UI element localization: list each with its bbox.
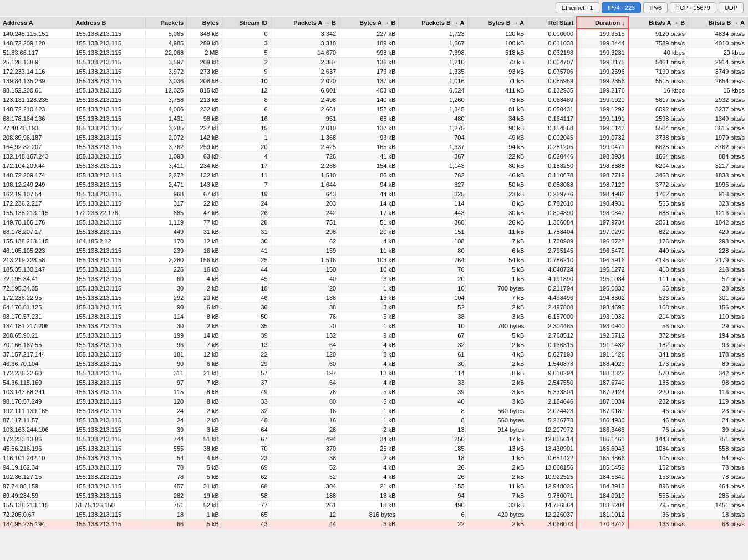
table-cell: 0.211794 [527, 284, 577, 293]
table-row[interactable]: 132.148.167.243155.138.213.1151,09363 kB… [0, 152, 748, 161]
table-cell: 3,758 [146, 95, 187, 105]
tab-ipv6[interactable]: IPv6 [643, 2, 668, 13]
col-header-duration[interactable]: Duration ↓ [577, 17, 628, 29]
col-header-bytesBtoA[interactable]: Bytes B → A [467, 17, 527, 29]
col-header-pktsAtoB[interactable]: Packets A → B [271, 17, 339, 29]
table-row[interactable]: 25.128.138.9155.138.213.1153,597209 kB22… [0, 58, 748, 67]
table-cell: 218 bits/s [688, 265, 748, 274]
table-row[interactable]: 69.49.234.59155.138.213.11528219 kB58188… [0, 491, 748, 501]
table-row[interactable]: 72.195.34.35155.138.213.115302 kB18201 k… [0, 284, 748, 293]
tab-ethernet[interactable]: Ethernet · 1 [556, 2, 599, 13]
table-row[interactable]: 37.157.217.144155.138.213.11518112 kB221… [0, 350, 748, 359]
table-cell: 30 [146, 284, 187, 293]
table-cell: 155.138.213.115 [73, 77, 146, 86]
table-row[interactable]: 172.233.14.116155.138.213.1153,972273 kB… [0, 67, 748, 77]
table-row[interactable]: 140.245.115.151155.138.213.1155,065348 k… [0, 29, 748, 39]
table-row[interactable]: 192.111.139.165155.138.213.115242 kB3216… [0, 406, 748, 416]
col-header-addrB[interactable]: Address B [73, 17, 146, 29]
col-header-bytesAtoB[interactable]: Bytes A → B [339, 17, 399, 29]
table-row[interactable]: 46.105.105.223155.138.213.11523916 kB411… [0, 246, 748, 256]
table-cell: 49 [222, 388, 271, 397]
table-row[interactable]: 164.92.82.207155.138.213.1153,762259 kB2… [0, 142, 748, 152]
table-row[interactable]: 139.84.135.239155.138.213.1153,036208 kB… [0, 77, 748, 86]
table-cell: 5515 bits/s [628, 77, 688, 86]
col-header-relStart[interactable]: Rel Start [527, 17, 577, 29]
table-row[interactable]: 208.89.96.187155.138.213.1152,072142 kB1… [0, 133, 748, 142]
table-row[interactable]: 102.36.127.15155.138.213.115785 kB62524 … [0, 472, 748, 482]
table-row[interactable]: 208.65.90.21155.138.213.11519914 kB39132… [0, 331, 748, 340]
table-row[interactable]: 87.117.11.57155.138.213.115242 kB48161 k… [0, 416, 748, 425]
table-row[interactable]: 72.205.0.67155.138.213.115181 kB6512816 … [0, 510, 748, 520]
table-row[interactable]: 103.163.244.106155.138.213.115393 kB6426… [0, 425, 748, 435]
table-row[interactable]: 51.83.66.117155.138.213.11522,0682 MB514… [0, 48, 748, 58]
table-cell: 341 bits/s [628, 350, 688, 359]
table-row[interactable]: 155.138.213.115184.185.2.1217012 kB30624… [0, 237, 748, 246]
table-cell: 37.157.217.144 [0, 350, 73, 359]
table-cell: 72.195.34.35 [0, 284, 73, 293]
table-cell: 28 [222, 218, 271, 227]
tab-ipv4[interactable]: IPv4 · 223 [602, 2, 642, 13]
table-row[interactable]: 64.176.81.125155.138.213.115906 kB36383 … [0, 303, 748, 312]
table-cell: 822 bits/s [628, 227, 688, 237]
table-row[interactable]: 77.40.48.193155.138.213.1153,285227 kB15… [0, 124, 748, 133]
table-row[interactable]: 148.72.210.123155.138.213.1154,006232 kB… [0, 105, 748, 114]
table-cell: 1 kB [467, 274, 527, 284]
tab-udp[interactable]: UDP [719, 2, 744, 13]
table-row[interactable]: 103.143.88.241155.138.213.1151158 kB4976… [0, 388, 748, 397]
table-row[interactable]: 172.104.209.44155.138.213.1153,411234 kB… [0, 161, 748, 171]
table-row[interactable]: 172.233.13.86155.138.213.11574451 kB6749… [0, 435, 748, 444]
table-row[interactable]: 97.74.88.159155.138.213.11545731 kB68304… [0, 482, 748, 491]
table-cell: 34 kB [339, 435, 399, 444]
table-row[interactable]: 94.19.162.34155.138.213.115785 kB69524 k… [0, 463, 748, 472]
table-row[interactable]: 148.72.209.120155.138.213.1154,985289 kB… [0, 39, 748, 48]
table-cell: 195.0833 [577, 284, 628, 293]
table-cell: 1 kB [339, 406, 399, 416]
table-row[interactable]: 162.19.107.54155.138.213.11596867 kB1964… [0, 190, 748, 199]
table-cell: 32 [399, 340, 467, 350]
table-cell: 170.3742 [577, 520, 628, 529]
tab-tcp[interactable]: TCP · 15679 [670, 2, 716, 13]
table-cell: 142 kB [187, 133, 222, 142]
table-row[interactable]: 45.56.216.196155.138.213.11555538 kB7037… [0, 444, 748, 454]
table-row[interactable]: 172.236.22.60155.138.213.11531121 kB5719… [0, 369, 748, 378]
table-row[interactable]: 68.178.164.136155.138.213.1151,43198 kB1… [0, 114, 748, 124]
col-header-bitsBtoA[interactable]: Bits/s B → A [688, 17, 748, 29]
table-cell: 1,510 [271, 171, 339, 180]
table-row[interactable]: 184.181.217.206155.138.213.115302 kB3520… [0, 322, 748, 331]
table-row[interactable]: 198.12.249.249155.138.213.1152,471143 kB… [0, 180, 748, 190]
table-cell: 9 kB [339, 331, 399, 340]
table-row[interactable]: 155.138.213.115172.236.22.17668547 kB262… [0, 208, 748, 218]
table-cell: 44 [222, 265, 271, 274]
table-row[interactable]: 172.236.2.217155.138.213.11531722 kB2420… [0, 199, 748, 208]
table-row[interactable]: 98.152.200.61155.138.213.11512,025815 kB… [0, 86, 748, 95]
table-cell: 197.9734 [577, 218, 628, 227]
table-row[interactable]: 54.36.115.169155.138.213.115977 kB37644 … [0, 378, 748, 388]
table-row[interactable]: 155.138.213.11551.75.126.15075152 kB7726… [0, 501, 748, 510]
col-header-streamId[interactable]: Stream ID [222, 17, 271, 29]
col-header-bytes[interactable]: Bytes [187, 17, 222, 29]
col-header-bitsAtoB[interactable]: Bits/s A → B [628, 17, 688, 29]
col-header-addrA[interactable]: Address A [0, 17, 73, 29]
table-row[interactable]: 72.195.34.41155.138.213.115604 kB45403 k… [0, 274, 748, 284]
table-cell: 342 bits/s [688, 369, 748, 378]
table-cell: 7589 bits/s [628, 39, 688, 48]
table-row[interactable]: 184.95.235.194155.138.213.115665 kB43443… [0, 520, 748, 529]
col-header-pktsBtoA[interactable]: Packets B → A [399, 17, 467, 29]
table-row[interactable]: 98.170.57.249155.138.213.1151208 kB33805… [0, 397, 748, 406]
table-cell: 67 [222, 435, 271, 444]
table-row[interactable]: 185.35.130.147155.138.213.11522616 kB441… [0, 265, 748, 274]
table-row[interactable]: 213.219.228.58155.138.213.1152,280156 kB… [0, 256, 748, 265]
table-row[interactable]: 70.166.167.55155.138.213.115967 kB13644 … [0, 340, 748, 350]
table-row[interactable]: 123.131.128.235155.138.213.1153,758213 k… [0, 95, 748, 105]
table-row[interactable]: 68.178.207.17155.138.213.11544931 kB3129… [0, 227, 748, 237]
table-row[interactable]: 116.101.242.10155.138.213.115544 kB23362… [0, 454, 748, 463]
table-row[interactable]: 98.170.57.231155.138.213.1151148 kB50765… [0, 312, 748, 322]
table-cell: 14,670 [271, 48, 339, 58]
table-cell: 3,411 [146, 161, 187, 171]
table-cell: 132 [271, 331, 339, 340]
table-row[interactable]: 172.236.22.95155.138.213.11529220 kB4618… [0, 293, 748, 303]
col-header-packets[interactable]: Packets [146, 17, 187, 29]
table-row[interactable]: 149.78.186.176155.138.213.1151,11977 kB2… [0, 218, 748, 227]
table-row[interactable]: 148.72.209.174155.138.213.1152,272132 kB… [0, 171, 748, 180]
table-row[interactable]: 46.36.70.104155.138.213.115906 kB29604 k… [0, 359, 748, 369]
